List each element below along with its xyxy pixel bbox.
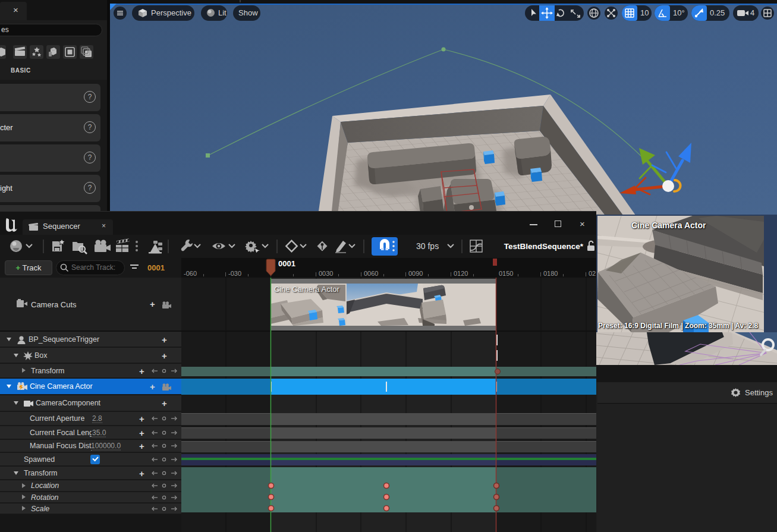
svg-text:02: 02 bbox=[589, 270, 596, 277]
svg-text:0120: 0120 bbox=[454, 270, 468, 277]
svg-text:0090: 0090 bbox=[408, 270, 423, 277]
svg-text:0150: 0150 bbox=[499, 270, 513, 277]
svg-text:0180: 0180 bbox=[543, 270, 558, 277]
svg-text:-030: -030 bbox=[228, 270, 241, 277]
svg-text:0001: 0001 bbox=[278, 259, 295, 268]
svg-text:30 fps: 30 fps bbox=[416, 241, 439, 251]
svg-text:-060: -060 bbox=[184, 270, 197, 277]
svg-text:0030: 0030 bbox=[319, 270, 333, 277]
svg-text:TestBlendSequence*: TestBlendSequence* bbox=[504, 242, 584, 251]
svg-text:0060: 0060 bbox=[364, 270, 378, 277]
